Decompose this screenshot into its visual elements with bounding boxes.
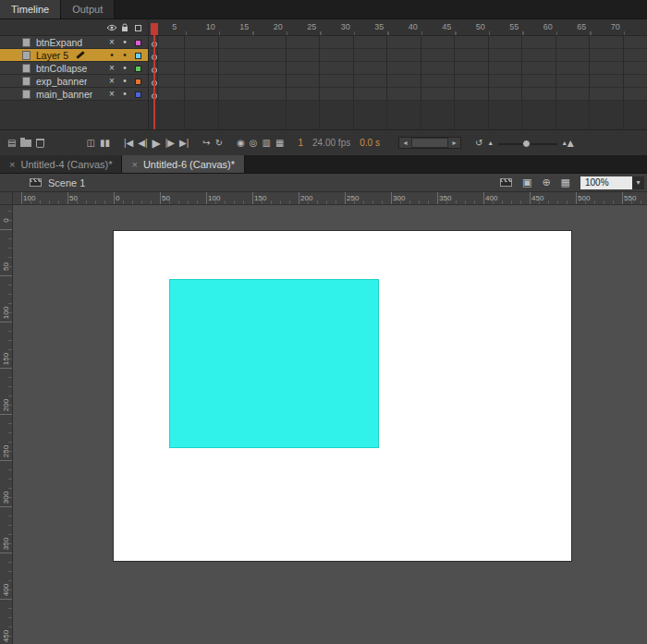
layer-lock-toggle[interactable]: • [118,36,131,48]
layer-name: Layer 5 [36,50,68,61]
layer-list: btnExpand×•Layer 5••btnCollapse×•exp_ban… [0,36,148,101]
doc-tab-2[interactable]: ×Untitled-6 (Canvas)* [122,155,244,173]
timeline-layers-pane: btnExpand×•Layer 5••btnCollapse×•exp_ban… [0,19,148,129]
layer-frames-row[interactable] [149,36,647,49]
center-frame-button[interactable]: ◫ [86,131,94,155]
frame-number-label: 55 [509,22,519,31]
v-ruler-label: 300 [2,489,10,507]
new-folder-button[interactable] [20,140,31,147]
onion-skin-button[interactable]: ◉ [237,131,245,155]
center-stage-button[interactable]: ⊕ [542,176,550,188]
layer-row-btnexpand[interactable]: btnExpand×• [0,36,148,49]
h-ruler-label: 250 [347,194,359,202]
modify-markers-button[interactable]: ▦ [275,131,284,155]
layer-outline-color-button[interactable] [131,75,144,87]
playhead-line [153,35,155,129]
layer-outline-color-button[interactable] [131,62,144,74]
layer-visibility-toggle[interactable]: × [105,88,118,100]
panel-tab-timeline[interactable]: Timeline [0,0,61,18]
loop-playback-button[interactable]: ↪ [202,131,210,155]
layer-visibility-toggle[interactable]: × [105,36,118,48]
doc-tab-1[interactable]: ×Untitled-4 (Canvas)* [0,155,122,173]
go-to-last-frame-button[interactable]: ▶| [179,131,189,155]
layer-frames-row[interactable] [149,62,647,75]
h-ruler-label: 550 [624,194,636,202]
scroll-right-button[interactable]: ▸ [448,138,460,148]
panel-tab-bar: TimelineOutput [0,0,647,19]
v-ruler-label: 100 [2,304,10,322]
h-ruler-label: 200 [300,194,312,202]
ruler-corner [0,192,13,205]
timeline-zoom-slider[interactable] [498,131,557,155]
layer-color-swatch [135,53,141,59]
go-to-first-frame-button[interactable]: |◀ [124,131,133,155]
layer-color-swatch [135,79,141,85]
h-ruler-label: 100 [23,194,35,202]
scene-label: Scene 1 [48,177,85,188]
pause-button[interactable]: ▮▮ [100,131,110,155]
timeline-toolbar: ▤ ◫ ▮▮ |◀ ◀| ▶ |▶ ▶| ↪ ↻ ◉ ◎ ▥ ▦ 1 24.00… [0,129,647,155]
h-ruler-label: 150 [254,194,266,202]
edit-scene-button[interactable] [500,178,512,187]
zoom-dropdown-button[interactable]: ▾ [632,176,644,189]
frame-grid [149,36,647,101]
zoom-out-frames-icon[interactable]: ▲ [487,131,494,155]
v-ruler-label: 350 [2,535,10,553]
grid-snap-button[interactable]: ▦ [561,176,570,188]
close-tab-icon[interactable]: × [9,159,15,170]
current-frame-field[interactable]: 1 [299,138,304,148]
play-button[interactable]: ▶ [153,131,161,155]
frame-number-label: 40 [409,22,418,31]
layer-frames-row[interactable] [149,75,647,88]
layer-frames-row[interactable] [149,88,647,101]
step-forward-button[interactable]: |▶ [165,131,175,155]
layer-color-swatch [135,91,141,98]
onion-skin-outlines-button[interactable]: ◎ [250,131,258,155]
frame-rate-field[interactable]: 24.00 fps [312,138,350,148]
layer-outline-color-button[interactable] [131,36,144,48]
scroll-left-button[interactable]: ◂ [399,138,411,148]
layer-row-main_banner[interactable]: main_banner×• [0,88,148,101]
layer-lock-toggle[interactable]: • [118,49,131,61]
layer-row-layer-5[interactable]: Layer 5•• [0,49,148,62]
scene-clapper-icon [30,178,42,187]
outline-all-button[interactable] [131,21,144,33]
playhead[interactable] [151,23,158,35]
new-layer-button[interactable]: ▤ [7,131,16,155]
frame-number-label: 45 [442,22,451,31]
scrollbar-thumb[interactable] [412,139,447,147]
layer-page-icon [22,64,31,73]
edit-multiple-frames-button[interactable]: ▥ [262,131,271,155]
layer-visibility-toggle[interactable]: • [105,49,118,61]
zoom-in-frames-icon[interactable]: ▲▲ [561,131,576,155]
layer-outline-color-button[interactable] [131,49,144,61]
layer-outline-color-button[interactable] [131,88,144,100]
timeline-scrollbar[interactable]: ◂ ▸ [398,137,461,149]
layer-frames-row[interactable] [149,49,647,62]
outline-square-icon [135,25,141,31]
doc-tab-label: Untitled-6 (Canvas)* [143,159,235,170]
close-tab-icon[interactable]: × [131,159,137,170]
delete-layer-button[interactable] [36,139,44,148]
reset-timeline-zoom-button[interactable]: ↺ [475,131,482,155]
drawn-rectangle[interactable] [169,279,379,448]
elapsed-time-field[interactable]: 0.0 s [360,138,380,148]
lock-all-button[interactable] [118,21,131,33]
show-hide-all-button[interactable] [105,21,118,33]
panel-tab-output[interactable]: Output [61,0,115,18]
layer-row-btncollapse[interactable]: btnCollapse×• [0,62,148,75]
slider-thumb[interactable] [522,140,531,148]
layer-lock-toggle[interactable]: • [118,75,131,87]
stage-canvas[interactable] [114,231,571,561]
layer-lock-toggle[interactable]: • [118,88,131,100]
h-ruler-label: 50 [69,194,78,202]
layer-visibility-toggle[interactable]: × [105,75,118,87]
edit-symbols-button[interactable]: ▣ [522,176,531,188]
layer-lock-toggle[interactable]: • [118,62,131,74]
step-back-button[interactable]: ◀| [138,131,147,155]
repeat-button[interactable]: ↻ [215,131,223,155]
frame-ruler[interactable]: 1510152025303540455055606570 [149,19,647,36]
layer-visibility-toggle[interactable]: × [105,62,118,74]
layer-row-exp_banner[interactable]: exp_banner×• [0,75,148,88]
zoom-level-select[interactable]: 100% [580,176,632,189]
